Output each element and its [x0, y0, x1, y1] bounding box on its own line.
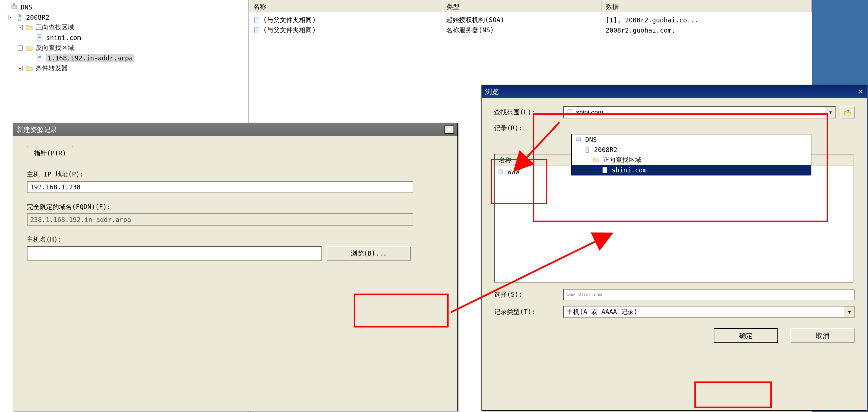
ip-label: 主机 IP 地址(P): — [27, 170, 444, 179]
record-type-select[interactable]: 主机(A 或 AAAA 记录) ▼ — [563, 306, 855, 318]
cell-type: 名称服务器(NS) — [442, 26, 601, 35]
svg-rect-21 — [499, 169, 503, 174]
zone-file-icon — [601, 167, 608, 173]
dropdown-item-fwd-zone[interactable]: 正向查找区域 — [572, 155, 811, 165]
cancel-button[interactable]: 取消 — [790, 328, 855, 343]
dropdown-item-label: DNS — [585, 136, 597, 143]
select-input[interactable] — [563, 289, 855, 300]
record-type-value: 主机(A 或 AAAA 记录) — [567, 307, 637, 316]
zone-file-icon — [36, 34, 43, 41]
scope-dropdown-list[interactable]: DNS 2008R2 正向查找区域 shini.com — [571, 134, 811, 175]
tree-fwd-zone[interactable]: - 正向查找区域 — [0, 22, 248, 33]
svg-rect-4 — [19, 16, 21, 17]
tab-ptr[interactable]: 指针(PTR) — [27, 146, 73, 161]
svg-rect-20 — [603, 167, 607, 173]
tree-fwd-label: 正向查找区域 — [36, 23, 74, 32]
close-button[interactable]: ✕ — [858, 88, 864, 96]
dropdown-item-dns[interactable]: DNS — [572, 134, 811, 145]
tree-cond-fwd[interactable]: + 条件转发器 — [0, 63, 248, 73]
fqdn-label: 完全限定的域名(FQDN)(F): — [27, 203, 444, 211]
svg-rect-19 — [586, 147, 589, 153]
dropdown-item-label: 2008R2 — [594, 146, 617, 153]
collapse-icon[interactable]: - — [8, 15, 13, 20]
svg-rect-3 — [19, 15, 21, 16]
browse-dialog-titlebar[interactable]: 浏览 ✕ — [482, 85, 867, 98]
table-row[interactable]: (与父文件夹相同) 起始授权机构(SOA) [1], 2008r2.guohai… — [249, 15, 812, 25]
folder-icon — [25, 44, 33, 52]
tree-root-label: DNS — [21, 3, 32, 11]
ok-button[interactable]: 确定 — [714, 328, 778, 343]
folder-icon — [25, 24, 33, 31]
scope-combobox[interactable]: shini.com ▼ — [563, 106, 836, 118]
browse-dialog-title: 浏览 — [485, 87, 499, 96]
dropdown-item-server[interactable]: 2008R2 — [572, 145, 811, 155]
tab-strip: 指针(PTR) — [27, 146, 444, 161]
svg-rect-10 — [38, 57, 41, 58]
dialog-titlebar[interactable]: 新建资源记录 ✕ — [13, 123, 457, 136]
folder-up-button[interactable] — [841, 106, 855, 118]
svg-rect-9 — [38, 56, 41, 57]
fqdn-input — [27, 213, 413, 226]
table-row[interactable]: (与父文件夹相同) 名称服务器(NS) 2008r2.guohai.com. — [249, 25, 812, 35]
record-icon — [253, 26, 260, 34]
server-icon — [16, 14, 23, 21]
col-data[interactable]: 数据 — [601, 0, 812, 12]
zone-file-icon — [567, 109, 573, 116]
dropdown-arrow-icon[interactable]: ▼ — [826, 107, 835, 118]
tree-fwd-zone-item[interactable]: shini.com — [0, 33, 248, 43]
tree-rev-item-label: 1.168.192.in-addr.arpa — [46, 54, 134, 62]
record-item-label: www — [508, 168, 519, 175]
cell-data: [1], 2008r2.guohai.co... — [601, 16, 812, 24]
tree-fwd-item-label: shini.com — [46, 34, 81, 41]
folder-icon — [25, 64, 33, 72]
list-header: 名称 类型 数据 — [249, 0, 812, 12]
cell-data: 2008r2.guohai.com. — [601, 26, 812, 34]
browse-dialog: 浏览 ✕ 查找范围(L): shini.com ▼ 记录(R): — [481, 85, 867, 411]
folder-icon — [593, 156, 599, 163]
browse-button[interactable]: 浏览(B)... — [327, 246, 411, 261]
ip-input[interactable] — [27, 181, 413, 193]
cell-name: (与父文件夹相同) — [263, 16, 316, 24]
svg-rect-6 — [38, 36, 41, 37]
hostname-label: 主机名(H): — [27, 235, 444, 244]
record-icon — [253, 16, 260, 24]
dropdown-item-label: shini.com — [612, 166, 647, 174]
tree-root-dns[interactable]: DNS — [0, 2, 248, 12]
record-icon — [497, 168, 504, 175]
dropdown-arrow-icon[interactable]: ▼ — [845, 306, 854, 317]
cell-name: (与父文件夹相同) — [263, 26, 316, 35]
server-icon — [584, 146, 591, 153]
svg-rect-18 — [576, 138, 580, 141]
close-button[interactable]: ✕ — [445, 126, 454, 134]
tree-server[interactable]: - 2008R2 — [0, 12, 248, 22]
svg-rect-2 — [18, 14, 21, 20]
dropdown-item-selected[interactable]: shini.com — [572, 165, 811, 175]
hostname-input[interactable] — [27, 246, 322, 261]
tree-cond-fwd-label: 条件转发器 — [36, 64, 68, 73]
select-label: 选择(S): — [494, 290, 558, 299]
records-label: 记录(R): — [494, 124, 558, 133]
tree-server-label: 2008R2 — [26, 14, 50, 21]
scope-value: shini.com — [576, 109, 603, 116]
dialog-title: 新建资源记录 — [17, 125, 57, 134]
svg-rect-7 — [38, 37, 41, 38]
svg-rect-0 — [12, 5, 17, 8]
tree-rev-zone[interactable]: - 反向查找区域 — [0, 43, 248, 53]
collapse-icon[interactable]: - — [18, 45, 23, 51]
col-name[interactable]: 名称 — [249, 0, 442, 12]
collapse-icon[interactable]: - — [18, 25, 23, 30]
new-resource-record-dialog: 新建资源记录 ✕ 指针(PTR) 主机 IP 地址(P): 完全限定的域名(FQ… — [13, 123, 458, 411]
record-type-label: 记录类型(T): — [494, 307, 558, 316]
dns-root-icon — [575, 136, 582, 143]
col-type[interactable]: 类型 — [442, 0, 601, 12]
tree-rev-label: 反向查找区域 — [36, 43, 74, 52]
records-col-name[interactable]: 名称 — [499, 156, 512, 165]
tree-rev-zone-item[interactable]: 1.168.192.in-addr.arpa — [0, 53, 248, 63]
svg-rect-17 — [568, 110, 572, 115]
dns-root-icon — [11, 3, 18, 11]
zone-file-icon — [36, 54, 43, 62]
scope-label: 查找范围(L): — [494, 108, 558, 117]
svg-point-1 — [13, 3, 15, 5]
cell-type: 起始授权机构(SOA) — [442, 16, 601, 24]
expand-icon[interactable]: + — [18, 66, 23, 71]
